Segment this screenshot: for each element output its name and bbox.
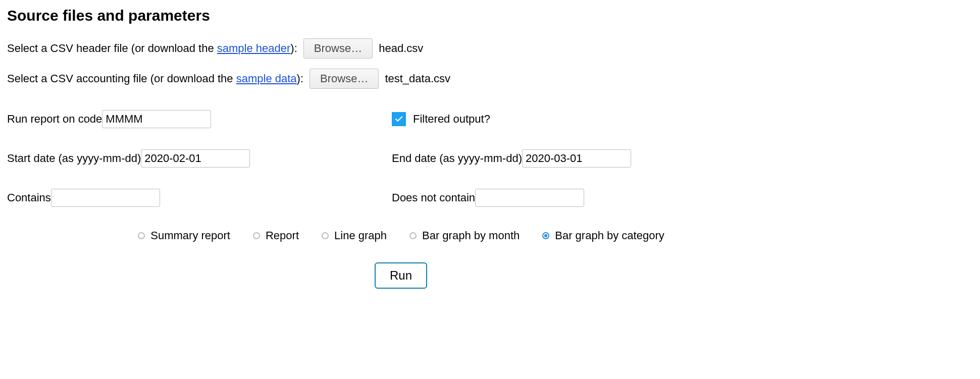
sample-data-link[interactable]: sample data xyxy=(236,72,297,85)
accounting-file-label-suffix: ): xyxy=(297,72,303,85)
start-date-label: Start date (as yyyy-mm-dd) xyxy=(7,152,141,165)
run-button[interactable]: Run xyxy=(375,262,427,289)
radio-off-icon xyxy=(252,232,261,240)
radio-off-icon xyxy=(321,232,329,240)
radio-off-icon xyxy=(137,232,145,240)
report-type-option[interactable]: Bar graph by month xyxy=(409,229,520,242)
report-type-label: Line graph xyxy=(334,229,387,242)
sample-header-link[interactable]: sample header xyxy=(217,42,291,55)
contains-label: Contains xyxy=(7,191,51,204)
accounting-file-label-prefix: Select a CSV accounting file (or downloa… xyxy=(7,72,236,85)
svg-point-1 xyxy=(253,233,260,239)
header-file-label-prefix: Select a CSV header file (or download th… xyxy=(7,42,217,55)
header-filename: head.csv xyxy=(379,42,423,55)
radio-off-icon xyxy=(409,232,417,240)
accounting-filename: test_data.csv xyxy=(385,72,450,85)
start-date-input[interactable] xyxy=(141,149,250,168)
report-type-option[interactable]: Line graph xyxy=(321,229,387,242)
not-contain-input[interactable] xyxy=(475,189,584,207)
radio-on-icon xyxy=(542,232,550,240)
svg-point-5 xyxy=(544,234,547,237)
not-contain-label: Does not contain xyxy=(392,191,475,204)
svg-point-2 xyxy=(322,233,328,239)
filtered-label: Filtered output? xyxy=(413,113,490,126)
code-input[interactable] xyxy=(102,110,211,128)
report-type-label: Summary report xyxy=(150,229,230,242)
report-type-label: Report xyxy=(266,229,299,242)
filtered-checkbox[interactable] xyxy=(392,112,406,126)
code-label: Run report on code xyxy=(7,113,102,126)
check-icon xyxy=(394,115,403,124)
page-heading: Source files and parameters xyxy=(7,7,795,24)
svg-point-3 xyxy=(410,233,416,239)
contains-input[interactable] xyxy=(51,189,160,207)
report-type-option[interactable]: Report xyxy=(252,229,299,242)
report-type-option[interactable]: Summary report xyxy=(137,229,230,242)
browse-header-button[interactable]: Browse… xyxy=(303,38,373,59)
header-file-label-suffix: ): xyxy=(290,42,297,55)
report-type-label: Bar graph by category xyxy=(555,229,664,242)
report-type-group: Summary reportReportLine graphBar graph … xyxy=(7,229,795,242)
report-type-label: Bar graph by month xyxy=(422,229,520,242)
browse-accounting-button[interactable]: Browse… xyxy=(310,69,379,89)
header-file-row: Select a CSV header file (or download th… xyxy=(7,38,795,59)
report-type-option[interactable]: Bar graph by category xyxy=(542,229,664,242)
svg-point-0 xyxy=(138,233,144,239)
end-date-label: End date (as yyyy-mm-dd) xyxy=(392,152,522,165)
end-date-input[interactable] xyxy=(522,149,631,168)
accounting-file-row: Select a CSV accounting file (or downloa… xyxy=(7,69,795,89)
